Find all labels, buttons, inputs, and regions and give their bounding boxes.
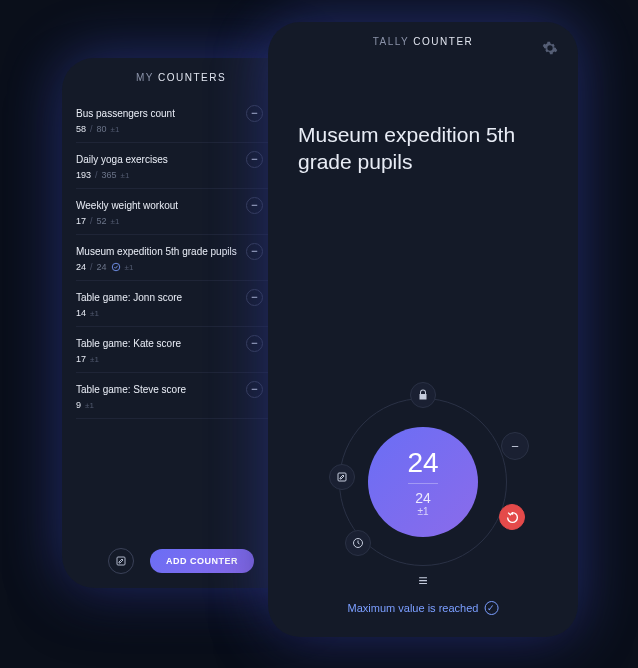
- counter-row[interactable]: Weekly weight workout − + 17 / 52 ±1: [76, 189, 286, 235]
- counter-title: Table game: Kate score: [76, 338, 181, 349]
- counter-row[interactable]: Table game: Jonn score − + 14 ±1: [76, 281, 286, 327]
- counter-row[interactable]: Museum expedition 5th grade pupils − + 2…: [76, 235, 286, 281]
- status-message: Maximum value is reached ✓: [348, 601, 499, 615]
- decrement-button[interactable]: −: [246, 335, 263, 352]
- minus-icon: −: [251, 384, 257, 395]
- counter-title: Museum expedition 5th grade pupils: [76, 246, 237, 257]
- status-text: Maximum value is reached: [348, 602, 479, 614]
- header: MY COUNTERS: [62, 58, 300, 97]
- minus-icon: −: [511, 439, 519, 454]
- dial-area: 24 24 ±1 − ≡: [293, 352, 553, 612]
- title-accent: COUNTER: [413, 36, 473, 47]
- decrement-button[interactable]: −: [246, 243, 263, 260]
- counter-title: Daily yoga exercises: [76, 154, 168, 165]
- counter-subtitle: 24 / 24 ±1: [76, 262, 286, 272]
- counter-subtitle: 17 / 52 ±1: [76, 216, 286, 226]
- menu-icon: ≡: [418, 572, 427, 590]
- edit-icon: [115, 555, 127, 567]
- title-accent: COUNTERS: [158, 72, 226, 83]
- counter-subtitle: 14 ±1: [76, 308, 286, 318]
- edit-counter-button[interactable]: [329, 464, 355, 490]
- reset-icon: [506, 511, 519, 524]
- counter-row[interactable]: Table game: Kate score − + 17 ±1: [76, 327, 286, 373]
- history-button[interactable]: [345, 530, 371, 556]
- minus-icon: −: [251, 108, 257, 119]
- counter-title: Bus passengers count: [76, 108, 175, 119]
- bottom-toolbar: ADD COUNTER: [62, 548, 300, 574]
- clock-icon: [352, 537, 364, 549]
- counter-title: Weekly weight workout: [76, 200, 178, 211]
- page-title: MY COUNTERS: [136, 72, 226, 83]
- counter-title: Table game: Steve score: [76, 384, 186, 395]
- settings-button[interactable]: [542, 40, 558, 60]
- dial-divider: [408, 483, 438, 484]
- lock-icon: [417, 389, 429, 401]
- decrement-button[interactable]: −: [246, 381, 263, 398]
- counter-subtitle: 193 / 365 ±1: [76, 170, 286, 180]
- lock-button[interactable]: [410, 382, 436, 408]
- counter-subtitle: 9 ±1: [76, 400, 286, 410]
- svg-rect-1: [117, 557, 125, 565]
- dial-count: 24: [407, 447, 438, 479]
- decrement-button[interactable]: −: [246, 197, 263, 214]
- counter-title: Table game: Jonn score: [76, 292, 182, 303]
- counter-subtitle: 58 / 80 ±1: [76, 124, 286, 134]
- decrement-button[interactable]: −: [246, 289, 263, 306]
- edit-icon: [336, 471, 348, 483]
- counter-row[interactable]: Bus passengers count − + 58 / 80 ±1: [76, 97, 286, 143]
- minus-icon: −: [251, 246, 257, 257]
- gear-icon: [542, 40, 558, 56]
- title-prefix: TALLY: [373, 36, 414, 47]
- svg-point-0: [112, 263, 120, 271]
- decrement-button[interactable]: −: [246, 105, 263, 122]
- reset-button[interactable]: [499, 504, 525, 530]
- svg-rect-2: [338, 473, 346, 481]
- title-prefix: MY: [136, 72, 158, 83]
- minus-icon: −: [251, 338, 257, 349]
- counter-list: Bus passengers count − + 58 / 80 ±1 Dail…: [62, 97, 300, 419]
- increment-dial[interactable]: 24 24 ±1: [368, 427, 478, 537]
- counter-row[interactable]: Table game: Steve score − + 9 ±1: [76, 373, 286, 419]
- dial-target: 24: [415, 490, 431, 506]
- phone-detail-screen: TALLY COUNTER Museum expedition 5th grad…: [268, 22, 578, 637]
- counter-subtitle: 17 ±1: [76, 354, 286, 364]
- check-circle-icon: ✓: [484, 601, 498, 615]
- counter-name: Museum expedition 5th grade pupils: [268, 61, 578, 176]
- minus-icon: −: [251, 292, 257, 303]
- decrement-button[interactable]: −: [501, 432, 529, 460]
- add-counter-button[interactable]: ADD COUNTER: [150, 549, 254, 573]
- dial-step: ±1: [417, 506, 428, 517]
- check-circle-icon: [111, 262, 121, 272]
- minus-icon: −: [251, 154, 257, 165]
- page-title: TALLY COUNTER: [373, 36, 474, 47]
- edit-list-button[interactable]: [108, 548, 134, 574]
- decrement-button[interactable]: −: [246, 151, 263, 168]
- header: TALLY COUNTER: [268, 22, 578, 61]
- menu-button[interactable]: ≡: [410, 568, 436, 594]
- phone-list-screen: MY COUNTERS Bus passengers count − + 58 …: [62, 58, 300, 588]
- minus-icon: −: [251, 200, 257, 211]
- counter-row[interactable]: Daily yoga exercises − + 193 / 365 ±1: [76, 143, 286, 189]
